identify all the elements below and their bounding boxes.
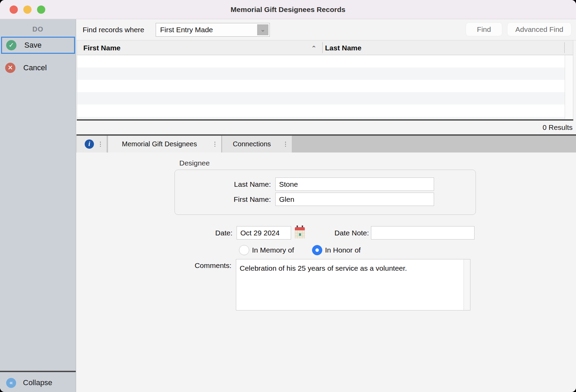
sort-ascending-icon[interactable]: ⌃ bbox=[311, 40, 317, 55]
tab-memorial-gift-designees[interactable]: Memorial Gift Designees ⋮ bbox=[108, 136, 221, 152]
radio-circle-icon bbox=[239, 245, 249, 255]
designee-fieldset bbox=[175, 170, 476, 215]
kebab-menu-icon[interactable]: ⋮ bbox=[283, 136, 288, 152]
comments-value: Celebration of his 25 years of service a… bbox=[236, 259, 463, 310]
tab-connections[interactable]: Connections ⋮ bbox=[222, 136, 292, 152]
scrollbar-column-divider bbox=[564, 42, 565, 53]
comments-textarea[interactable]: Celebration of his 25 years of service a… bbox=[236, 259, 470, 310]
radio-in-memory-of[interactable]: In Memory of bbox=[239, 245, 294, 255]
kebab-menu-icon[interactable]: ⋮ bbox=[212, 136, 218, 152]
comments-label: Comments: bbox=[144, 261, 231, 270]
last-name-label: Last Name: bbox=[175, 180, 271, 188]
radio-circle-icon bbox=[312, 245, 322, 255]
radio-in-honor-of[interactable]: In Honor of bbox=[312, 245, 361, 255]
first-name-label: First Name: bbox=[175, 195, 271, 204]
find-where-label: Find records where bbox=[83, 19, 144, 40]
save-button[interactable]: ✓ Save bbox=[1, 37, 75, 54]
titlebar: Memorial Gift Designees Records bbox=[0, 0, 576, 19]
results-count: 0 Results bbox=[542, 121, 573, 134]
calendar-icon[interactable] bbox=[295, 225, 305, 238]
info-tab-segment[interactable]: i ⋮ bbox=[77, 136, 107, 152]
chevron-down-icon: ⌄ bbox=[257, 24, 268, 35]
comments-scrollbar[interactable] bbox=[464, 259, 470, 310]
tab-label: Connections bbox=[222, 136, 281, 152]
vertical-scrollbar[interactable] bbox=[565, 55, 573, 119]
radio-label: In Honor of bbox=[325, 246, 361, 254]
date-note-label: Date Note: bbox=[309, 229, 369, 237]
check-circle-icon: ✓ bbox=[6, 40, 16, 50]
save-button-label: Save bbox=[24, 41, 41, 50]
results-rows-area[interactable] bbox=[77, 55, 573, 119]
first-name-input[interactable] bbox=[275, 193, 434, 206]
window-title: Memorial Gift Designees Records bbox=[0, 0, 576, 19]
find-where-dropdown[interactable]: First Entry Made ⌄ bbox=[156, 23, 270, 37]
advanced-find-button[interactable]: Advanced Find bbox=[507, 22, 572, 36]
results-list-header: First Name ⌃ Last Name bbox=[77, 40, 573, 55]
tab-bar: i ⋮ Memorial Gift Designees ⋮ Connection… bbox=[76, 136, 576, 152]
collapse-label: Collapse bbox=[23, 378, 52, 387]
date-input[interactable] bbox=[237, 226, 291, 240]
app-window: Memorial Gift Designees Records DO ✓ Sav… bbox=[0, 0, 576, 392]
find-where-selected-value: First Entry Made bbox=[160, 23, 213, 36]
date-note-input[interactable] bbox=[371, 226, 475, 240]
column-divider[interactable] bbox=[322, 42, 323, 53]
column-header-first-name[interactable]: First Name bbox=[83, 40, 121, 55]
cancel-button[interactable]: ✕ Cancel bbox=[1, 59, 75, 76]
collapse-sidebar-button[interactable]: « Collapse bbox=[0, 373, 76, 392]
results-status-bar: 0 Results bbox=[76, 121, 576, 134]
results-list: First Name ⌃ Last Name bbox=[77, 40, 573, 119]
find-button[interactable]: Find bbox=[466, 22, 502, 36]
kebab-menu-icon[interactable]: ⋮ bbox=[97, 136, 103, 152]
tab-label: Memorial Gift Designees bbox=[108, 136, 211, 152]
designee-group-label: Designee bbox=[179, 159, 210, 167]
sidebar: DO ✓ Save ✕ Cancel « Collapse bbox=[0, 19, 76, 392]
date-label: Date: bbox=[171, 229, 232, 237]
info-icon[interactable]: i bbox=[85, 139, 94, 149]
cancel-button-label: Cancel bbox=[23, 63, 47, 72]
double-chevron-left-icon: « bbox=[6, 378, 16, 388]
last-name-input[interactable] bbox=[275, 177, 434, 191]
sidebar-divider bbox=[0, 371, 76, 372]
x-circle-icon: ✕ bbox=[5, 63, 15, 73]
sidebar-header: DO bbox=[0, 25, 76, 33]
radio-label: In Memory of bbox=[252, 246, 294, 254]
column-header-last-name[interactable]: Last Name bbox=[325, 40, 361, 55]
